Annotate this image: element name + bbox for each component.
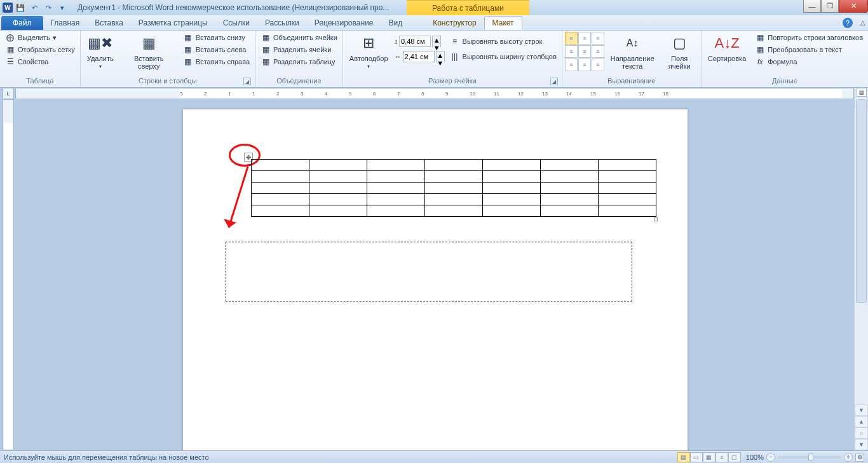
tab-stop-selector[interactable]: L [3,88,14,99]
maximize-button[interactable]: ❐ [821,0,839,13]
repeat-header-button[interactable]: ▦Повторить строки заголовков [752,32,865,43]
properties-icon: ☰ [5,57,15,67]
print-layout-view[interactable]: ▤ [677,452,690,462]
group-cellsize-label: Размер ячейки◢ [346,77,559,87]
height-field[interactable] [399,36,431,47]
scroll-down-button[interactable]: ▼ [855,404,868,416]
autofit-label: Автоподбор [349,55,388,62]
cellsize-dialog-launcher[interactable]: ◢ [550,78,558,85]
height-spinner[interactable]: ▲▼ [432,36,441,47]
minimize-button[interactable]: — [803,0,821,13]
select-button[interactable]: ⨁Выделить ▾ [3,32,78,43]
dist-cols-icon: ||| [450,52,460,62]
align-tr[interactable]: ≡ [592,32,604,45]
group-rowscols-label: Строки и столбцы◢ [83,77,252,87]
sort-icon: A↓Z [717,33,737,53]
align-bc[interactable]: ≡ [578,59,591,71]
table-resize-handle[interactable] [654,218,658,221]
text-direction-button[interactable]: A↕ Направление текста [607,32,658,71]
convert-text-button[interactable]: ▦Преобразовать в текст [752,44,865,55]
qat-customize[interactable]: ▾ [56,2,69,13]
vertical-ruler[interactable] [3,99,14,450]
prev-page-button[interactable]: ▲ [855,416,868,427]
split-table-button[interactable]: ▦Разделить таблицу [258,56,340,67]
zoom-slider[interactable] [778,456,841,459]
tab-review[interactable]: Рецензирование [307,16,381,30]
dist-cols-label: Выровнять ширину столбцов [463,53,557,60]
width-field[interactable] [403,51,435,62]
zoom-level[interactable]: 100% [746,453,764,461]
drop-target-outline [226,242,632,301]
close-button[interactable]: ✕ [839,0,868,13]
insert-right-button[interactable]: ▦Вставить справа [180,56,252,67]
zoom-fit-button[interactable]: ⊕ [855,453,864,462]
scroll-thumb[interactable] [856,99,867,303]
tab-design[interactable]: Конструктор [425,16,484,30]
zoom-thumb[interactable] [808,453,813,461]
delete-button[interactable]: ▦✖ Удалить▾ [83,32,118,71]
status-bar: Используйте мышь для перемещения таблицы… [0,450,868,463]
save-button[interactable]: 💾 [14,2,27,13]
distribute-cols-button[interactable]: |||Выровнять ширину столбцов [447,51,559,62]
rowscols-dialog-launcher[interactable]: ◢ [243,78,251,85]
help-icon[interactable]: ? [843,18,853,28]
col-width-input[interactable]: ↔▲▼ [395,51,445,62]
insert-above-button[interactable]: ▦ Вставить сверху [120,32,178,71]
cell-margins-button[interactable]: ▢ Поля ячейки [661,32,698,71]
browse-object-button[interactable]: ○ [855,427,868,439]
tab-mailings[interactable]: Рассылки [257,16,307,30]
insert-above-icon: ▦ [139,33,159,53]
next-page-button[interactable]: ▼ [855,439,868,450]
tab-insert[interactable]: Вставка [87,16,131,30]
zoom-in-button[interactable]: + [844,453,853,462]
tab-references[interactable]: Ссылки [215,16,257,30]
align-mc[interactable]: ≡ [578,45,591,58]
row-height-input[interactable]: ↕▲▼ [395,36,445,47]
group-table-label: Таблица [3,77,78,87]
file-tab[interactable]: Файл [1,16,43,30]
undo-button[interactable]: ↶ [28,2,41,13]
ribbon-collapse-icon[interactable]: △ [860,19,865,26]
group-alignment: ≡≡≡ ≡≡≡ ≡≡≡ A↕ Направление текста ▢ Поля… [562,31,702,87]
align-tc[interactable]: ≡ [578,32,591,45]
align-tl[interactable]: ≡ [565,32,578,45]
view-gridlines-button[interactable]: ▦Отобразить сетку [3,44,78,55]
text-direction-label: Направление текста [611,55,654,70]
properties-button[interactable]: ☰Свойства [3,56,78,67]
formula-button[interactable]: fxФормула [752,56,865,67]
tab-home[interactable]: Главная [43,16,88,30]
fullscreen-reading-view[interactable]: ▭ [690,452,703,462]
document-table[interactable] [251,159,656,217]
width-spinner[interactable]: ▲▼ [436,51,445,62]
document-area[interactable]: ✥ [15,99,854,450]
insert-below-label: Вставить снизу [196,34,245,41]
outline-view[interactable]: ≡ [715,452,728,462]
insert-left-label: Вставить слева [196,46,247,53]
horizontal-ruler[interactable]: 321123456789101112131415161718 [15,88,854,99]
autofit-button[interactable]: ⊞ Автоподбор▾ [346,32,392,71]
insert-right-label: Вставить справа [196,58,250,66]
draft-view[interactable]: ▢ [728,452,741,462]
tab-pagelayout[interactable]: Разметка страницы [131,16,215,30]
tab-layout[interactable]: Макет [484,16,522,30]
zoom-out-button[interactable]: − [766,453,775,462]
redo-button[interactable]: ↷ [42,2,55,13]
sort-button[interactable]: A↓Z Сортировка [704,32,750,64]
merge-cells-button[interactable]: ▦Объединить ячейки [258,32,340,43]
insert-below-button[interactable]: ▦Вставить снизу [180,32,252,43]
align-ml[interactable]: ≡ [565,45,578,58]
web-layout-view[interactable]: ▦ [703,452,715,462]
align-br[interactable]: ≡ [592,59,604,71]
tab-view[interactable]: Вид [381,16,410,30]
ruler-toggle[interactable]: ▤ [857,88,867,97]
align-bl[interactable]: ≡ [565,59,578,71]
window-title: Документ1 - Microsoft Word некоммерческо… [78,3,389,12]
vertical-scrollbar[interactable]: ▤ ▲ ▼ ▲ ○ ▼ [854,88,868,450]
distribute-rows-button[interactable]: ≡Выровнять высоту строк [447,36,559,47]
autofit-icon: ⊞ [358,33,379,53]
split-cells-button[interactable]: ▦Разделить ячейки [258,44,340,55]
align-mr[interactable]: ≡ [592,45,604,58]
properties-label: Свойства [18,58,48,66]
svg-line-0 [229,167,248,228]
insert-left-button[interactable]: ▦Вставить слева [180,44,252,55]
